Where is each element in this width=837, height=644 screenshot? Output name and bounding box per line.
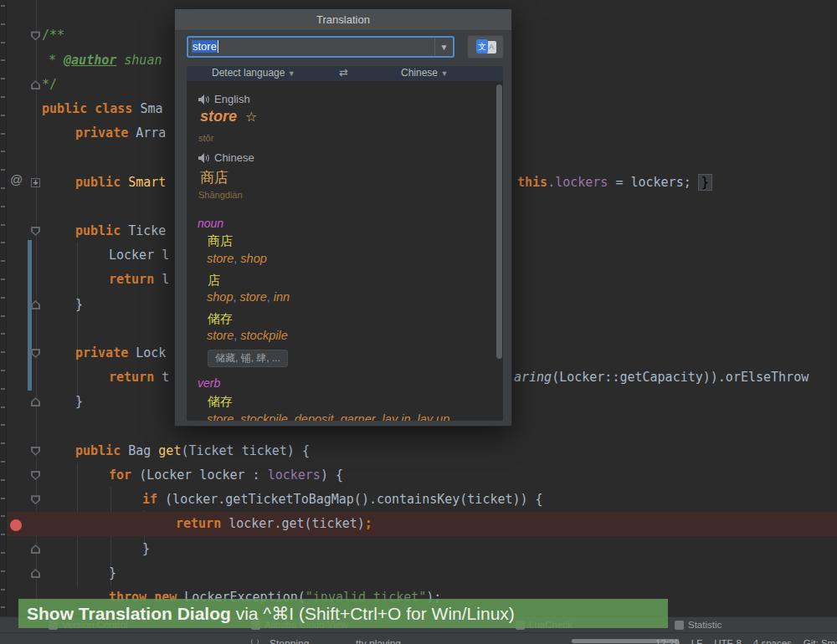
fold-marker-icon[interactable] — [31, 397, 40, 406]
translation-input-combo[interactable]: store ▼ — [187, 36, 454, 58]
vcs-change-marker[interactable] — [28, 240, 32, 391]
line-ending-widget[interactable]: LF — [691, 638, 702, 644]
target-language-label: Chinese — [214, 151, 254, 164]
caret-position-widget[interactable]: 12:29 — [655, 638, 680, 644]
source-phonetic: stôr — [198, 133, 213, 143]
status-text-secondary: tty playing — [356, 638, 401, 644]
dialog-scrollbar[interactable] — [496, 84, 502, 359]
fold-marker-icon[interactable] — [31, 447, 40, 456]
fold-marker-icon[interactable] — [31, 495, 40, 504]
shortcut-hint-banner: Show Translation Dialog via ^⌘I (Shift+C… — [18, 599, 668, 628]
favorite-star-icon[interactable]: ☆ — [245, 110, 257, 124]
dict-synonyms: store, shop — [207, 252, 267, 265]
selected-text: store — [192, 40, 218, 53]
translate-button[interactable]: A 文 — [467, 35, 504, 59]
more-translations-chip[interactable]: 储藏, 铺, 肆, ... — [208, 350, 288, 367]
dict-synonyms: store, stockpile, deposit, garner, lay i… — [207, 412, 449, 421]
fold-marker-icon[interactable] — [31, 569, 40, 578]
translation-dialog: Translation store ▼ A 文 Detect language … — [174, 8, 512, 427]
language-bar: Detect language ▼ ⇄ Chinese ▼ — [187, 66, 503, 81]
dict-word-cn: 储存 — [208, 311, 233, 327]
speaker-icon[interactable] — [198, 153, 209, 163]
statistic-icon — [675, 621, 684, 630]
translation-input[interactable]: store — [188, 38, 434, 56]
speaker-icon[interactable] — [198, 95, 209, 105]
pos-label-noun: noun — [198, 217, 223, 230]
encoding-widget[interactable]: UTF-8 — [714, 638, 742, 644]
combo-dropdown-button[interactable]: ▼ — [434, 38, 453, 56]
target-phonetic: Shāngdiàn — [198, 190, 243, 200]
chevron-down-icon: ▼ — [440, 69, 448, 78]
ide-window: /*** @author shuan*/public class Smapriv… — [0, 0, 837, 644]
dict-word-cn: 储存 — [208, 394, 233, 410]
source-language-label: English — [214, 93, 250, 105]
status-text-primary: Stepping — [270, 638, 309, 644]
translate-icon-cn: 文 — [476, 39, 488, 54]
target-language-row: Chinese — [198, 151, 254, 164]
code-line[interactable]: } — [7, 561, 837, 585]
progress-spinner-icon — [251, 638, 259, 644]
fold-marker-icon[interactable] — [31, 544, 40, 554]
translate-icon: A 文 — [476, 39, 496, 56]
indent-widget[interactable]: 4 spaces — [753, 638, 792, 644]
banner-action-name: Show Translation Dialog — [27, 604, 231, 623]
fold-marker-icon[interactable] — [31, 471, 40, 480]
code-line[interactable]: if (locker.getTicketToBagMap().containsK… — [7, 488, 837, 512]
banner-shortcut-text: via ^⌘I (Shift+Ctrl+O for Win/Linux) — [231, 604, 515, 623]
source-language-row: English — [198, 93, 250, 105]
dict-synonyms: store, stockpile — [207, 329, 288, 342]
fold-marker-icon[interactable] — [31, 300, 40, 309]
status-bar: Stepping tty playing 12:29 LF UTF-8 4 sp… — [0, 632, 837, 644]
pos-label-verb: verb — [198, 376, 220, 390]
source-language-selector[interactable]: Detect language ▼ — [212, 67, 295, 79]
fold-marker-icon[interactable] — [31, 227, 40, 236]
dialog-title[interactable]: Translation — [175, 9, 511, 31]
breakpoint-icon[interactable] — [10, 519, 22, 531]
fold-marker-icon[interactable] — [31, 178, 40, 187]
code-line[interactable]: public Bag get(Ticket ticket) { — [7, 439, 837, 463]
code-line[interactable]: return locker.get(ticket); — [7, 512, 837, 536]
chevron-down-icon: ▼ — [440, 43, 449, 52]
toolwindow-statistic[interactable]: Statistic — [688, 620, 721, 630]
target-word: 商店 — [200, 168, 229, 187]
fold-marker-icon[interactable] — [31, 80, 40, 89]
code-line[interactable]: } — [7, 537, 837, 561]
swap-languages-icon[interactable]: ⇄ — [339, 66, 348, 79]
chevron-down-icon: ▼ — [288, 69, 295, 78]
fold-marker-icon[interactable] — [31, 349, 40, 358]
dict-word-cn: 店 — [208, 273, 220, 289]
annotation-gutter-icon[interactable]: @ — [10, 172, 23, 187]
dict-word-cn: 商店 — [208, 233, 233, 249]
git-branch-widget[interactable]: Git: SmartL — [804, 638, 837, 644]
fold-marker-icon[interactable] — [31, 31, 40, 40]
status-right-widgets: 12:29 LF UTF-8 4 spaces Git: SmartL — [655, 638, 837, 644]
code-line[interactable]: for (Locker locker : lockers) { — [7, 463, 837, 488]
target-language-selector[interactable]: Chinese ▼ — [401, 67, 448, 79]
source-word: store☆ — [200, 108, 257, 125]
dict-synonyms: shop, store, inn — [207, 290, 290, 304]
translation-results[interactable]: English store☆ stôr Chinese 商店 Shāngdiàn… — [187, 81, 503, 421]
